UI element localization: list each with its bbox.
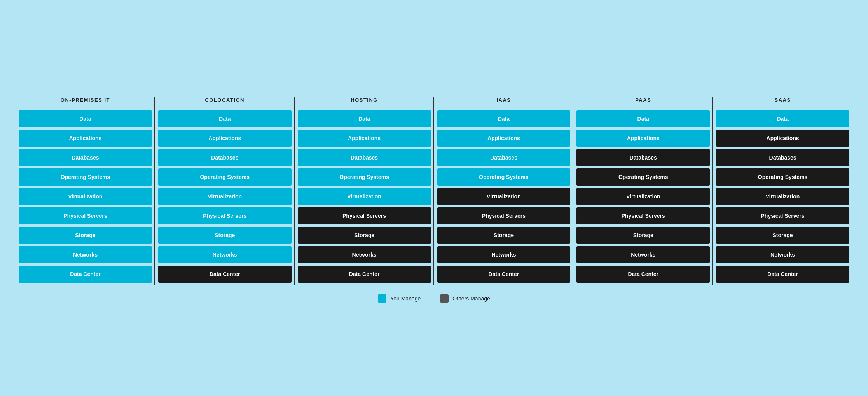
columns-wrapper: ON-PREMISES ITDataApplicationsDatabasesO…: [16, 97, 852, 285]
cell-paas-operating-systems: Operating Systems: [576, 168, 710, 186]
cell-paas-applications: Applications: [576, 130, 710, 147]
legend-others-manage-label: Others Manage: [452, 295, 490, 302]
column-colocation: COLOCATIONDataApplicationsDatabasesOpera…: [155, 97, 295, 285]
cell-hosting-applications: Applications: [298, 130, 431, 147]
cell-saas-virtualization: Virtualization: [716, 188, 849, 205]
cell-paas-networks: Networks: [576, 246, 710, 263]
cell-hosting-physical-servers: Physical Servers: [298, 207, 431, 224]
column-header-on-premises: ON-PREMISES IT: [59, 97, 112, 104]
cell-saas-applications: Applications: [716, 130, 849, 147]
cell-colocation-data: Data: [158, 110, 292, 127]
cell-hosting-storage: Storage: [298, 227, 431, 244]
cell-iaas-virtualization: Virtualization: [437, 188, 571, 205]
cell-hosting-virtualization: Virtualization: [298, 188, 431, 205]
legend-box-dark: [440, 294, 449, 303]
cell-paas-databases: Databases: [576, 149, 710, 166]
cell-on-premises-data: Data: [19, 110, 152, 127]
cell-iaas-networks: Networks: [437, 246, 571, 263]
cell-hosting-data-center: Data Center: [298, 266, 431, 283]
cell-iaas-data-center: Data Center: [437, 266, 571, 283]
cell-hosting-operating-systems: Operating Systems: [298, 168, 431, 186]
cell-colocation-networks: Networks: [158, 246, 292, 263]
main-container: ON-PREMISES ITDataApplicationsDatabasesO…: [8, 85, 860, 311]
cell-on-premises-data-center: Data Center: [19, 266, 152, 283]
cell-on-premises-physical-servers: Physical Servers: [19, 207, 152, 224]
column-header-saas: SaaS: [773, 97, 793, 104]
legend-you-manage-label: You Manage: [390, 295, 421, 302]
legend-box-blue: [378, 294, 386, 303]
cell-paas-storage: Storage: [576, 227, 710, 244]
column-header-hosting: HOSTING: [349, 97, 379, 104]
cell-saas-data-center: Data Center: [716, 266, 849, 283]
cell-colocation-operating-systems: Operating Systems: [158, 168, 292, 186]
cell-saas-physical-servers: Physical Servers: [716, 207, 849, 224]
cell-colocation-physical-servers: Physical Servers: [158, 207, 292, 224]
cell-hosting-data: Data: [298, 110, 431, 127]
column-iaas: IaaSDataApplicationsDatabasesOperating S…: [434, 97, 574, 285]
cell-colocation-databases: Databases: [158, 149, 292, 166]
cell-on-premises-storage: Storage: [19, 227, 152, 244]
cell-paas-data-center: Data Center: [576, 266, 710, 283]
column-header-paas: PaaS: [634, 97, 653, 104]
cell-on-premises-applications: Applications: [19, 130, 152, 147]
cell-paas-data: Data: [576, 110, 710, 127]
cell-iaas-operating-systems: Operating Systems: [437, 168, 571, 186]
column-header-colocation: COLOCATION: [204, 97, 246, 104]
legend-others-manage: Others Manage: [440, 294, 490, 303]
cell-saas-databases: Databases: [716, 149, 849, 166]
cell-iaas-data: Data: [437, 110, 571, 127]
legend-you-manage: You Manage: [378, 294, 421, 303]
cell-saas-operating-systems: Operating Systems: [716, 168, 849, 186]
cell-iaas-storage: Storage: [437, 227, 571, 244]
cell-paas-virtualization: Virtualization: [576, 188, 710, 205]
cell-paas-physical-servers: Physical Servers: [576, 207, 710, 224]
column-paas: PaaSDataApplicationsDatabasesOperating S…: [573, 97, 713, 285]
cell-colocation-data-center: Data Center: [158, 266, 292, 283]
cell-on-premises-networks: Networks: [19, 246, 152, 263]
column-on-premises: ON-PREMISES ITDataApplicationsDatabasesO…: [16, 97, 155, 285]
cell-on-premises-operating-systems: Operating Systems: [19, 168, 152, 186]
cell-on-premises-databases: Databases: [19, 149, 152, 166]
cell-saas-storage: Storage: [716, 227, 849, 244]
cell-saas-networks: Networks: [716, 246, 849, 263]
cell-hosting-networks: Networks: [298, 246, 431, 263]
cell-colocation-applications: Applications: [158, 130, 292, 147]
cell-on-premises-virtualization: Virtualization: [19, 188, 152, 205]
cell-colocation-virtualization: Virtualization: [158, 188, 292, 205]
cell-iaas-physical-servers: Physical Servers: [437, 207, 571, 224]
legend: You Manage Others Manage: [16, 294, 852, 303]
cell-saas-data: Data: [716, 110, 849, 127]
cell-hosting-databases: Databases: [298, 149, 431, 166]
cell-colocation-storage: Storage: [158, 227, 292, 244]
cell-iaas-databases: Databases: [437, 149, 571, 166]
column-header-iaas: IaaS: [495, 97, 512, 104]
column-saas: SaaSDataApplicationsDatabasesOperating S…: [713, 97, 852, 285]
cell-iaas-applications: Applications: [437, 130, 571, 147]
column-hosting: HOSTINGDataApplicationsDatabasesOperatin…: [295, 97, 434, 285]
